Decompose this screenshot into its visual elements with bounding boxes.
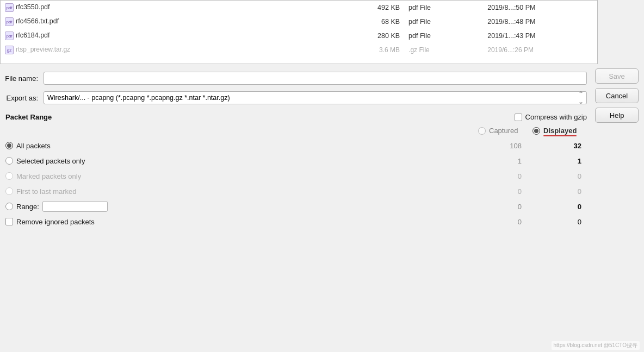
file-row-4[interactable]: gzrtsp_preview.tar.gz 3.6 MB .gz File 20… [1, 43, 597, 57]
file-row-1[interactable]: pdfrfc3550.pdf 492 KB pdf File 2019/8...… [1, 1, 597, 15]
range-row-marked: Marked packets only 0 0 [5, 168, 587, 184]
file-icon: pdf [5, 32, 14, 40]
cancel-button[interactable]: Cancel [595, 88, 639, 103]
displayed-radio-btn[interactable] [532, 127, 540, 135]
file-list-area: pdfrfc3550.pdf 492 KB pdf File 2019/8...… [0, 0, 598, 64]
range-row-range: Range: 0 0 [5, 199, 587, 214]
button-panel: Save Cancel Help [595, 64, 644, 123]
file-row-2[interactable]: pdfrfc4566.txt.pdf 68 KB pdf File 2019/8… [1, 15, 597, 29]
help-button[interactable]: Help [595, 108, 639, 123]
displayed-header: Displayed [532, 127, 587, 135]
range-input[interactable] [42, 201, 108, 212]
file-row-3[interactable]: pdfrfc6184.pdf 280 KB pdf File 2019/1...… [1, 29, 597, 43]
all-packets-radio[interactable] [5, 142, 13, 149]
file-list-table: pdfrfc3550.pdf 492 KB pdf File 2019/8...… [1, 1, 597, 57]
file-name-row: File name: [0, 72, 644, 85]
range-row-all: All packets 108 32 [5, 138, 587, 153]
section-header: Packet Range Compress with gzip [5, 113, 587, 121]
file-name-input[interactable] [44, 72, 587, 85]
first-last-marked-radio[interactable] [5, 187, 13, 195]
export-as-select[interactable]: Wireshark/... - pcapng (*.pcapng *.pcapn… [44, 91, 587, 104]
file-icon: pdf [5, 17, 14, 26]
packet-range-section: Packet Range Compress with gzip Captured [0, 113, 592, 229]
file-name-label: File name: [0, 74, 44, 83]
selected-packets-radio[interactable] [5, 157, 13, 165]
save-button[interactable]: Save [595, 68, 639, 84]
captured-radio-btn[interactable] [478, 127, 486, 135]
compress-gzip-row: Compress with gzip [515, 113, 587, 121]
range-row-first-last: First to last marked 0 0 [5, 184, 587, 199]
watermark: https://blog.csdn.net @51CTO搜寻 [552, 341, 640, 350]
compress-gzip-checkbox[interactable] [515, 114, 522, 121]
compress-gzip-label: Compress with gzip [525, 113, 587, 121]
file-icon: gz [5, 46, 14, 54]
captured-header: Captured [478, 127, 532, 135]
range-header-row: Captured Displayed [5, 127, 587, 135]
range-row-remove-ignored: Remove ignored packets 0 0 [5, 214, 587, 229]
main-content: File name: Export as: Wireshark/... - pc… [0, 64, 644, 352]
export-as-label: Export as: [0, 94, 44, 102]
range-radio[interactable] [5, 203, 13, 210]
displayed-underline [543, 135, 577, 136]
range-row-selected: Selected packets only 1 1 [5, 153, 587, 168]
export-as-row: Export as: Wireshark/... - pcapng (*.pca… [0, 91, 644, 104]
export-dialog: pdfrfc3550.pdf 492 KB pdf File 2019/8...… [0, 0, 644, 352]
section-title: Packet Range [5, 113, 52, 121]
remove-ignored-checkbox[interactable] [5, 218, 13, 225]
marked-packets-radio[interactable] [5, 172, 13, 180]
file-icon: pdf [5, 3, 14, 12]
